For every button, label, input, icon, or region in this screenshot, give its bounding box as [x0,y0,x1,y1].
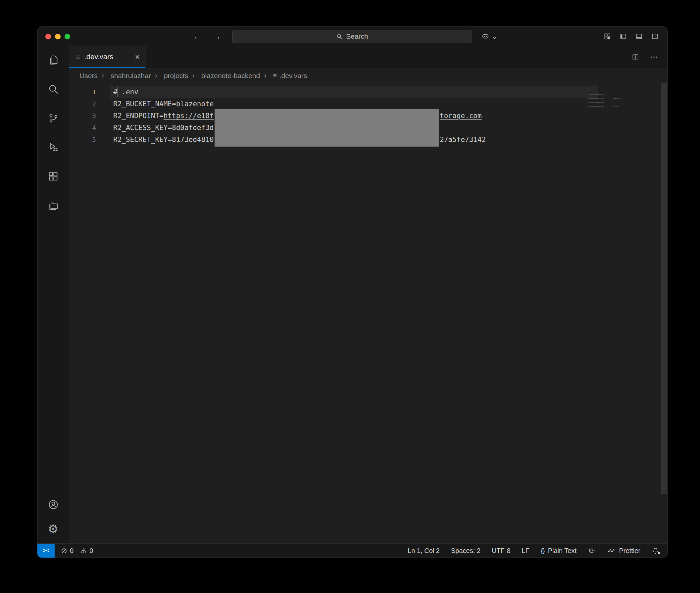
window-controls [45,27,70,46]
toggle-secondary-sidebar-button[interactable] [651,33,659,40]
breadcrumb: Users shahrulazhar projects blazenote-ba… [69,68,667,83]
line-number: 3 [69,110,96,122]
activity-bar: ⚙ [37,46,69,544]
line-number: 4 [69,122,96,134]
run-debug-icon[interactable] [46,140,61,155]
zoom-window-button[interactable] [65,34,70,39]
indentation-status[interactable]: Spaces: 2 [451,547,480,555]
error-icon [61,547,68,554]
command-center-search[interactable]: Search [232,30,472,43]
editor-region: ≡ .dev.vars ✕ ⋯ Users [69,46,667,544]
minimap-text: # .env R2_BUCKET_NAME=blazenote R2_ENDPO… [588,87,645,110]
breadcrumb-item[interactable]: Users [79,72,98,80]
close-window-button[interactable] [45,34,51,39]
toggle-panel-button[interactable] [635,33,643,40]
search-icon [336,33,343,40]
desktop-background: ← → Search ⌄ [0,0,700,593]
tab-bar: ≡ .dev.vars ✕ ⋯ [69,46,667,68]
status-bar: >< 0 0 [37,543,667,558]
cursor-position-status[interactable]: Ln 1, Col 2 [408,547,440,555]
warnings-status: 0 [80,547,93,555]
tab-dev-vars[interactable]: ≡ .dev.vars ✕ [69,46,146,68]
copilot-icon [481,32,490,41]
code-line: 2 R2_BUCKET_NAME=blazenote [69,98,667,110]
search-label: Search [346,32,368,40]
breadcrumb-item-file[interactable]: ≡ .dev.vars [260,72,307,80]
search-sidebar-icon[interactable] [46,82,61,96]
encoding-status[interactable]: UTF-8 [492,547,511,555]
customize-layout-button[interactable] [604,33,611,40]
editor-actions: ⋯ [632,46,667,68]
code-editor[interactable]: 1 # .env 2 R2_BUCKET_NAME=blazenote 3 R2… [69,83,667,544]
remote-indicator[interactable]: >< [37,544,54,558]
code-line: 1 # .env [69,86,667,98]
settings-gear-icon[interactable]: ⚙ [46,522,61,537]
double-check-icon: ✓✓ [607,547,614,555]
tab-label: .dev.vars [84,53,114,61]
forward-icon[interactable]: → [212,32,221,42]
formatter-status[interactable]: ✓✓ Prettier [607,547,640,555]
extensions-icon[interactable] [46,169,61,184]
back-icon[interactable]: ← [193,32,202,42]
notification-dot [658,552,660,554]
breadcrumb-item[interactable]: blazenote-backend [188,72,260,80]
line-number: 2 [69,98,96,110]
url-link[interactable]: https://e18f [163,112,214,120]
history-navigation: ← → [193,27,221,46]
copilot-status[interactable] [588,547,596,555]
language-mode-status[interactable]: {} Plain Text [541,547,577,555]
remote-icon: >< [43,547,49,554]
toggle-primary-sidebar-button[interactable] [620,33,627,40]
explorer-icon[interactable] [46,53,61,67]
main-area: ⚙ ≡ .dev.vars ✕ [37,46,667,544]
file-icon: ≡ [76,53,80,61]
more-actions-icon[interactable]: ⋯ [650,52,659,62]
status-bar-right: Ln 1, Col 2 Spaces: 2 UTF-8 LF {} Plain … [408,547,667,555]
copilot-menu-button[interactable]: ⌄ [481,27,498,46]
close-tab-icon[interactable]: ✕ [135,53,140,61]
split-editor-icon[interactable] [632,53,639,61]
breadcrumb-item[interactable]: projects [151,72,188,80]
titlebar: ← → Search ⌄ [37,27,667,46]
errors-status: 0 [61,547,74,555]
warning-icon [80,547,87,554]
activity-bar-bottom: ⚙ [46,498,61,537]
eol-status[interactable]: LF [522,547,529,555]
minimap[interactable]: # .env R2_BUCKET_NAME=blazenote R2_ENDPO… [588,87,645,165]
current-line-highlight [110,86,598,98]
vertical-scrollbar[interactable] [661,83,667,494]
line-number: 5 [69,134,96,146]
folders-icon[interactable] [46,198,61,213]
notifications-bell[interactable] [652,547,659,555]
source-control-icon[interactable] [46,111,61,125]
activity-bar-top [46,53,61,213]
vscode-window: ← → Search ⌄ [37,27,667,558]
layout-controls [604,27,659,46]
chevron-down-icon: ⌄ [492,33,498,40]
breadcrumb-item[interactable]: shahrulazhar [98,72,151,80]
redaction-overlay [215,109,439,147]
line-number: 1 [69,86,96,98]
accounts-icon[interactable] [46,498,61,512]
minimize-window-button[interactable] [55,34,61,39]
url-link[interactable]: torage.com [440,112,481,120]
braces-icon: {} [541,547,545,554]
problems-status[interactable]: 0 0 [61,547,93,555]
file-icon: ≡ [273,72,277,79]
text-cursor [117,87,118,96]
copilot-icon [588,547,596,555]
